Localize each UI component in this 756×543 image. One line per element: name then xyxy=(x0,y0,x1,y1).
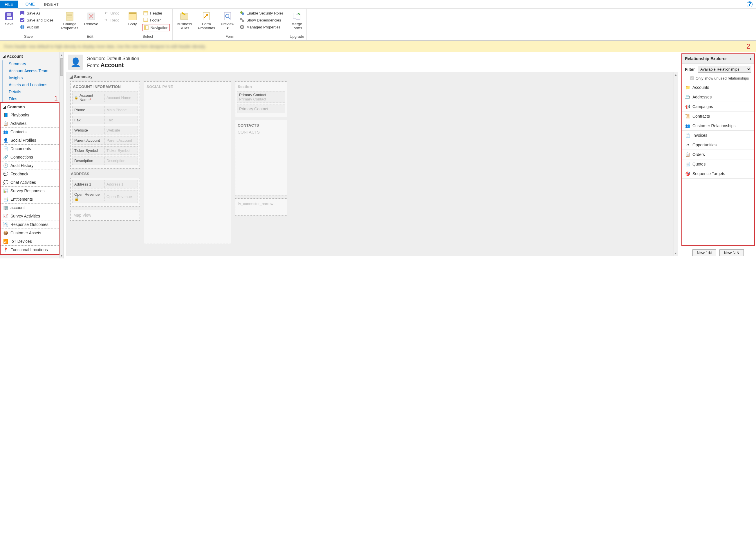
relationship-item[interactable]: 📇Addresses xyxy=(682,92,754,102)
left-scrollbar[interactable]: ▲▼ xyxy=(59,52,64,258)
unused-checkbox[interactable] xyxy=(690,76,694,80)
tab-file[interactable]: FILE xyxy=(0,1,18,8)
form-field[interactable]: PhoneMain Phone xyxy=(72,106,138,114)
collapse-icon: ◢ xyxy=(2,54,6,59)
common-item[interactable]: 📄Documents xyxy=(1,145,59,153)
save-and-close-button[interactable]: Save and Close xyxy=(19,17,55,23)
canvas-scrollbar[interactable]: ▲▼ xyxy=(674,72,678,256)
common-item[interactable]: 💭Chat Activities xyxy=(1,178,59,187)
nav-item[interactable]: Assets and Locations xyxy=(2,81,59,88)
show-dependencies-button[interactable]: Show Dependencies xyxy=(238,17,285,23)
relationship-item[interactable]: 📜Contracts xyxy=(682,111,754,121)
nav-item[interactable]: Summary xyxy=(2,60,59,67)
relationship-explorer-header[interactable]: Relationship Explorer › xyxy=(682,54,754,64)
common-item[interactable]: 📈Survey Activities xyxy=(1,212,59,220)
section-social-pane[interactable]: SOCIAL PANE xyxy=(144,81,231,244)
new-nn-button[interactable]: New N:N xyxy=(719,249,744,256)
common-item[interactable]: 📊Survey Responses xyxy=(1,187,59,195)
common-item[interactable]: 👥Contacts xyxy=(1,128,59,136)
save-button[interactable]: Save xyxy=(2,10,16,27)
section-right-section[interactable]: Section Primary Contact Primary Contact … xyxy=(235,81,287,117)
security-icon xyxy=(239,10,245,16)
form-designer-canvas: 👤 Solution: Default Solution Form: Accou… xyxy=(64,52,680,258)
business-rules-button[interactable]: Business Rules xyxy=(175,10,194,32)
nav-item[interactable]: Details xyxy=(2,88,59,95)
relationship-item[interactable]: 🎯Sequence Targets xyxy=(682,169,754,178)
edit-group-label: Edit xyxy=(59,34,121,39)
undo-button[interactable]: ↶Undo xyxy=(102,10,120,16)
form-line: Form: Account xyxy=(87,62,139,68)
body-button[interactable]: Body xyxy=(126,10,140,27)
section-map[interactable]: Map View xyxy=(70,210,140,221)
relationship-item[interactable]: 📋Orders xyxy=(682,150,754,159)
common-item[interactable]: 📦Customer Assets xyxy=(1,229,59,237)
section-address-header: ADDRESS xyxy=(70,169,140,178)
common-item[interactable]: 🕑Audit History xyxy=(1,161,59,170)
common-item[interactable]: 📉Response Outcomes xyxy=(1,220,59,229)
common-item[interactable]: 💬Feedback xyxy=(1,170,59,178)
common-item[interactable]: 📶IoT Devices xyxy=(1,237,59,246)
solution-line: Solution: Default Solution xyxy=(87,56,139,61)
help-icon[interactable]: ? xyxy=(747,1,753,7)
form-field[interactable]: Ticker SymbolTicker Symbol xyxy=(72,146,138,155)
entity-icon: 📍 xyxy=(3,247,8,252)
remove-button[interactable]: Remove xyxy=(82,10,100,27)
gear-icon xyxy=(239,24,245,30)
ribbon-bar: Save Save As Save and Close Publish Save… xyxy=(0,9,756,41)
section-contacts[interactable]: CONTACTS CONTACTS xyxy=(235,120,287,195)
filter-select[interactable]: Available Relationships xyxy=(698,66,751,73)
form-field[interactable]: Open Revenue 🔒Open Revenue xyxy=(72,190,138,203)
relationship-item[interactable]: 📁Accounts xyxy=(682,83,754,92)
common-item[interactable]: 📘Playbooks xyxy=(1,111,59,119)
svg-rect-28 xyxy=(240,18,242,20)
common-item[interactable]: 📑Entitlements xyxy=(1,195,59,203)
form-field[interactable]: WebsiteWebsite xyxy=(72,126,138,134)
form-field[interactable]: 🔒Account Name*Account Name xyxy=(72,91,138,104)
enable-security-roles-button[interactable]: Enable Security Roles xyxy=(238,10,285,16)
navigation-button[interactable]: Navigation xyxy=(142,24,170,31)
merge-forms-button[interactable]: Merge Forms xyxy=(290,10,304,32)
common-item[interactable]: 👤Social Profiles xyxy=(1,136,59,145)
form-properties-button[interactable]: Form Properties xyxy=(196,10,217,32)
relationship-item[interactable]: 📃Quotes xyxy=(682,159,754,169)
common-item[interactable]: 🏢account xyxy=(1,203,59,212)
section-account-information[interactable]: ACCOUNT INFORMATION 🔒Account Name*Accoun… xyxy=(70,81,140,169)
change-properties-button[interactable]: Change Properties xyxy=(59,10,80,32)
nav-item[interactable]: Files xyxy=(2,95,59,102)
managed-properties-button[interactable]: Managed Properties xyxy=(238,24,285,30)
form-field[interactable]: Address 1Address 1 xyxy=(72,180,138,188)
relationship-item[interactable]: 📢Campaigns xyxy=(682,102,754,111)
new-1n-button[interactable]: New 1:N xyxy=(692,249,716,256)
section-address[interactable]: Address 1Address 1Open Revenue 🔒Open Rev… xyxy=(70,178,140,207)
entity-icon: 📢 xyxy=(685,104,690,109)
common-item[interactable]: 🔗Connections xyxy=(1,153,59,161)
preview-button[interactable]: Preview▾ xyxy=(219,10,236,32)
form-field[interactable]: DescriptionDescription xyxy=(72,156,138,165)
nav-section-account[interactable]: ◢ Account xyxy=(0,52,59,60)
common-item[interactable]: 📍Functional Locations xyxy=(1,246,59,254)
left-nav: ◢ Account SummaryAccount Access TeamInsi… xyxy=(0,52,64,258)
relationship-item[interactable]: 🗂Opportunities xyxy=(682,140,754,150)
tab-insert[interactable]: INSERT xyxy=(39,1,64,8)
nav-item[interactable]: Insights xyxy=(2,74,59,81)
field-primary-contact-2[interactable]: Primary Contact xyxy=(237,104,285,113)
nav-section-common[interactable]: ◢ Common xyxy=(1,103,59,111)
svg-rect-5 xyxy=(20,18,24,22)
section-iv-connector[interactable]: iv_connector_narrow xyxy=(235,198,287,216)
tab-home[interactable]: HOME xyxy=(18,0,39,8)
tab-summary[interactable]: ◢Summary xyxy=(66,72,678,81)
publish-button[interactable]: Publish xyxy=(19,24,55,30)
form-field[interactable]: Parent AccountParent Account xyxy=(72,136,138,145)
save-as-button[interactable]: Save As xyxy=(19,10,55,16)
common-item[interactable]: 📋Activities xyxy=(1,119,59,128)
nav-item[interactable]: Account Access Team xyxy=(2,67,59,74)
relationship-item[interactable]: 📄Invoices xyxy=(682,131,754,140)
entity-icon: 💭 xyxy=(3,180,8,185)
relationship-item[interactable]: 👥Customer Relationships xyxy=(682,121,754,131)
form-field[interactable]: FaxFax xyxy=(72,116,138,124)
header-button[interactable]: Header xyxy=(142,10,170,16)
redo-button[interactable]: ↷Redo xyxy=(102,17,120,23)
footer-button[interactable]: Footer xyxy=(142,17,170,23)
svg-rect-15 xyxy=(144,11,148,12)
field-primary-contact[interactable]: Primary Contact Primary Contact xyxy=(237,91,285,103)
